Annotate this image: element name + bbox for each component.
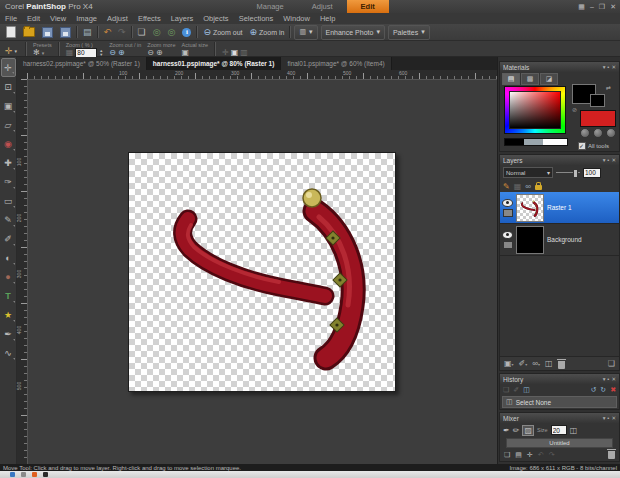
taskbar-icon[interactable] (10, 472, 15, 477)
link-layers-icon[interactable]: ∞ (525, 182, 531, 191)
materials-menu-icon[interactable]: ▾ (603, 63, 606, 71)
menu-selections[interactable]: Selections (234, 13, 279, 24)
workspace-tab-adjust[interactable]: Adjust (298, 0, 347, 13)
history-close-icon[interactable]: ✕ (611, 375, 616, 383)
pan-option-icon[interactable]: ✛ (222, 48, 229, 57)
layer-name[interactable]: Background (547, 236, 582, 243)
save-as-button[interactable] (58, 25, 73, 39)
history-pin-icon[interactable]: ▪ (607, 375, 609, 383)
zoom-in-icon[interactable]: ⊕ (118, 48, 125, 57)
resize-button[interactable]: ❏ (136, 25, 148, 39)
preset-shapes-tool[interactable]: ★ (1, 305, 16, 324)
smudge-tool[interactable]: ● (1, 267, 16, 286)
menu-edit[interactable]: Edit (22, 13, 45, 24)
zoom-slider-icon[interactable]: ▦ (66, 48, 74, 57)
mixer-close-icon[interactable]: ✕ (611, 414, 616, 422)
chevron-down-icon[interactable]: ▾ (42, 50, 45, 56)
mixer-undo-icon[interactable]: ↶ (538, 451, 544, 459)
hue-ring-picker[interactable] (504, 86, 566, 134)
document-tab-final01[interactable]: final01.pspimage* @ 60% (Item4) (281, 57, 391, 70)
saturation-value-picker[interactable] (509, 91, 561, 129)
history-apply-icon[interactable]: ◫ (523, 386, 530, 394)
menu-window[interactable]: Window (278, 13, 315, 24)
menu-file[interactable]: File (0, 13, 22, 24)
value-gradient-bar[interactable] (504, 138, 568, 146)
actual-size-icon[interactable]: ▣ (181, 48, 189, 57)
all-tools-checkbox[interactable] (578, 142, 586, 150)
mixer-load-page-icon[interactable]: ▤ (515, 451, 522, 459)
presets-icon[interactable]: ✻ (33, 48, 40, 57)
background-color-swatch[interactable] (590, 94, 605, 107)
layer-name[interactable]: Raster 1 (547, 204, 572, 211)
frame-tab[interactable]: ▤ (502, 73, 520, 85)
visibility-icon[interactable]: ▦ (514, 182, 522, 191)
enhance-photo-dropdown[interactable]: Enhance Photo▾ (321, 25, 385, 40)
menu-objects[interactable]: Objects (198, 13, 233, 24)
crop-tool[interactable]: ▣ (1, 96, 16, 115)
save-button[interactable] (40, 25, 55, 39)
history-clear-icon[interactable]: ✖ (610, 386, 616, 394)
taskbar-icon[interactable] (21, 472, 26, 477)
menu-adjust[interactable]: Adjust (102, 13, 133, 24)
layer-thumbnail[interactable] (516, 194, 544, 222)
mixer-knife-icon[interactable]: ✒ (503, 426, 510, 435)
layer-thumbnail[interactable] (516, 226, 544, 254)
zoom-percent-input[interactable] (75, 48, 97, 58)
text-tool[interactable]: T (1, 286, 16, 305)
window-layout-dropdown[interactable]: ▥▾ (294, 25, 317, 40)
selection-tool[interactable]: ⊡ (1, 77, 16, 96)
layer-visibility-eye-icon[interactable] (502, 231, 513, 239)
paint-brush-tool[interactable]: ✎ (1, 210, 16, 229)
lighten-darken-tool[interactable]: ◐ (1, 248, 16, 267)
mixer-tube-icon[interactable]: ▨ (522, 425, 534, 436)
image-canvas[interactable] (128, 152, 396, 392)
color-style-button[interactable] (580, 128, 590, 138)
menu-help[interactable]: Help (315, 13, 340, 24)
swap-colors-icon[interactable]: ⇄ (606, 84, 611, 91)
undo-button[interactable]: ↶ (102, 25, 114, 39)
palettes-dropdown[interactable]: Palettes▾ (388, 25, 430, 40)
move-tool[interactable]: ✛ (1, 58, 16, 77)
rainbow-tab[interactable]: ▩ (521, 73, 539, 85)
edit-selection-icon[interactable]: ✎ (503, 182, 510, 191)
close-button[interactable]: ✕ (610, 3, 616, 11)
zoom-in-button[interactable]: ⊕Zoom in (248, 25, 287, 39)
mixer-pin-icon[interactable]: ▪ (607, 414, 609, 422)
pen-tool[interactable]: ✒ (1, 324, 16, 343)
opacity-slider[interactable] (556, 169, 580, 176)
clone-brush-tool[interactable]: ✑ (1, 172, 16, 191)
zoom-more-out-icon[interactable]: ⊖ (147, 48, 154, 57)
history-menu-icon[interactable]: ▾ (603, 375, 606, 383)
new-image-button[interactable] (4, 25, 18, 39)
materials-pin-icon[interactable]: ▪ (607, 63, 609, 71)
airbrush-tool[interactable]: ✐ (1, 229, 16, 248)
menu-layers[interactable]: Layers (166, 13, 199, 24)
workspace-tab-edit[interactable]: Edit (347, 0, 389, 13)
mixer-delete-icon[interactable] (608, 451, 615, 459)
history-save-icon[interactable]: ❏ (503, 386, 509, 394)
layer-row-raster1[interactable]: Raster 1 (500, 192, 619, 224)
mixer-redo-icon[interactable]: ↷ (549, 451, 555, 459)
zoom-more-in-icon[interactable]: ⊕ (156, 48, 163, 57)
zoom-out-button[interactable]: ⊖Zoom out (201, 25, 244, 39)
browse-button[interactable]: ◎ (151, 25, 163, 39)
mixer-new-page-icon[interactable]: ❏ (504, 451, 510, 459)
lock-transparency-icon[interactable] (535, 185, 542, 190)
history-undo-icon[interactable]: ↺ (590, 386, 596, 394)
menu-view[interactable]: View (45, 13, 71, 24)
layer-properties-icon[interactable]: ❏ (608, 359, 615, 368)
mixer-pan-icon[interactable]: ✛ (527, 451, 533, 459)
zoom-out-icon[interactable]: ⊖ (109, 48, 116, 57)
straighten-tool[interactable]: ▱ (1, 115, 16, 134)
history-item-select-none[interactable]: ◫ Select None (502, 396, 617, 408)
history-redo-icon[interactable]: ↻ (600, 386, 606, 394)
mixer-brush-icon[interactable]: ✏ (513, 426, 520, 435)
zoom-percent-stepper[interactable]: ▲▼ (99, 49, 103, 57)
fill-properties-swatch[interactable] (580, 110, 616, 127)
blend-mode-dropdown[interactable]: Normal▾ (503, 167, 553, 178)
warp-brush-tool[interactable]: ∿ (1, 343, 16, 362)
layers-menu-icon[interactable]: ▾ (603, 156, 606, 164)
workspace-switch-icon[interactable]: ▦ (578, 3, 585, 11)
menu-image[interactable]: Image (71, 13, 102, 24)
layer-link-toggle[interactable] (503, 209, 513, 217)
